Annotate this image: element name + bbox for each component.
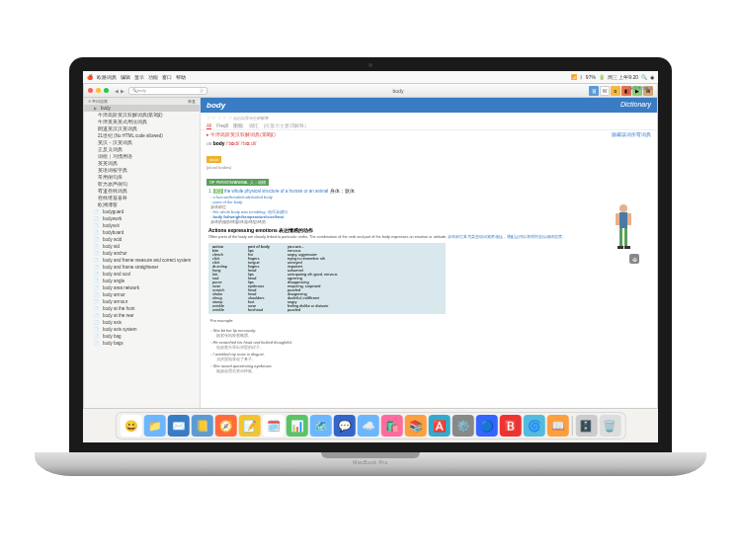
entry-tabs[interactable]: All Freq8 图频 词汇 (仅显示主要25解释)	[201, 122, 657, 130]
example-line: ◦ He scratched his head and looked thoug…	[210, 339, 647, 351]
svg-rect-7	[624, 246, 630, 249]
sidebar-dict-12[interactable]: 在线维基百科	[84, 195, 200, 201]
dock-item-12[interactable]: 📚	[405, 415, 427, 437]
dock-item-3[interactable]: 📒	[192, 415, 213, 437]
sidebar[interactable]: ✕ 单词搜索修复 body 牛津高阶英汉双解词典(第9版)牛津英美英式用法词典朗…	[84, 98, 201, 408]
sidebar-word-14[interactable]: body at the front	[84, 305, 200, 312]
dock-item-15[interactable]: 🔵	[476, 415, 498, 437]
examples-icon[interactable]: ≡	[611, 86, 620, 96]
sidebar-word-12[interactable]: body armor	[84, 291, 200, 298]
maximize-icon[interactable]	[104, 88, 109, 93]
svg-rect-2	[616, 213, 619, 225]
login-link[interactable]: 登录学习帐号	[629, 86, 653, 91]
headword: body	[206, 101, 225, 110]
menu-view[interactable]: 显示	[134, 74, 144, 80]
sidebar-dict-9[interactable]: 常用例句库	[84, 174, 200, 181]
dock-item-14[interactable]: ⚙️	[453, 415, 474, 437]
dock-item-10[interactable]: ☁️	[358, 415, 379, 437]
spotlight-icon[interactable]: 🔍	[641, 74, 647, 80]
sidebar-entry-body[interactable]: body	[84, 105, 200, 112]
sidebar-word-8[interactable]: body and frame straightener	[84, 264, 200, 271]
hide-dict-link[interactable]: 隐藏该词所有词典	[612, 132, 651, 137]
wiki-icon[interactable]: W	[600, 86, 610, 96]
sidebar-word-19[interactable]: body bags	[84, 340, 200, 347]
dock-item-1[interactable]: 📁	[144, 415, 166, 437]
forward-button[interactable]: ▶	[121, 88, 124, 94]
dock-item-2[interactable]: ✉️	[168, 415, 190, 437]
dock-item-18[interactable]: 📖	[547, 415, 569, 437]
app-name[interactable]: 欧路词典	[97, 74, 117, 80]
definition-1: 1. [C] the whole physical structure of a…	[201, 188, 657, 195]
sidebar-word-4[interactable]: body acid	[84, 236, 200, 243]
sense-group-header: OF PERSON/ANIMAL 人；动物	[206, 179, 269, 186]
sidebar-dict-11[interactable]: 有道在线词典	[84, 188, 200, 195]
menu-window[interactable]: 窗口	[162, 74, 172, 80]
sidebar-word-0[interactable]: bodyguard	[84, 208, 200, 215]
macos-dock[interactable]: 😀📁✉️📒🧭📝🗓️📊🗺️💬☁️🛍️📚🅰️⚙️🔵🅱️🌀📖🗄️🗑️	[116, 412, 626, 440]
more-examples: ◦ She bit her lip nervously.她紧张地咬着嘴唇。◦ H…	[201, 325, 657, 376]
dock-item-11[interactable]: 🛍️	[381, 415, 403, 437]
sidebar-word-10[interactable]: body angle	[84, 278, 200, 284]
emotion-box-title: Actions expressing emotions 表达情感的动作	[201, 224, 657, 234]
clock[interactable]: 周三 上午9:20	[608, 74, 638, 80]
sidebar-dict-6[interactable]: 词组｜习惯用语	[84, 153, 200, 160]
window-title: body	[207, 88, 589, 94]
zoom-icon[interactable]: ⊕	[629, 254, 639, 264]
apple-menu-icon[interactable]: 🍎	[87, 74, 93, 80]
bluetooth-icon[interactable]: ᛒ	[580, 74, 583, 80]
dock-item-7[interactable]: 📊	[287, 415, 308, 437]
dock-item-0[interactable]: 😀	[121, 415, 142, 437]
wifi-icon[interactable]: 📶	[571, 74, 577, 80]
sidebar-word-2[interactable]: bodysuit	[84, 222, 200, 229]
sidebar-dict-0[interactable]: 牛津高阶英汉双解词典(第9版)	[84, 112, 200, 119]
menu-help[interactable]: 帮助	[176, 74, 186, 80]
menu-edit[interactable]: 编辑	[121, 74, 130, 80]
sidebar-dict-8[interactable]: 英语词根字典	[84, 167, 200, 174]
svg-rect-4	[619, 228, 622, 246]
battery-icon[interactable]: 🔋	[599, 74, 605, 80]
menu-func[interactable]: 功能	[148, 74, 158, 80]
sidebar-word-17[interactable]: body axis system	[84, 326, 200, 333]
sidebar-word-1[interactable]: bodywork	[84, 215, 200, 222]
search-input[interactable]: 🔍 bodyⓧ	[128, 87, 207, 95]
window-titlebar: ◀ ▶ 🔍 bodyⓧ body 百 W ≡ ◧ ▶ ⊞	[84, 84, 657, 98]
sidebar-dict-2[interactable]: 朗道英汉汉英词典	[84, 125, 200, 132]
close-icon[interactable]	[88, 88, 93, 93]
dock-item-17[interactable]: 🌀	[524, 415, 545, 437]
sidebar-word-7[interactable]: body and frame measure and correct syste…	[84, 257, 200, 264]
dock-item-8[interactable]: 🗺️	[310, 415, 332, 437]
dock-item-19[interactable]: 🗄️	[575, 415, 597, 437]
sidebar-dict-3[interactable]: 21世纪 (No HTML code allowed)	[84, 132, 200, 139]
sidebar-word-13[interactable]: body armour	[84, 298, 200, 305]
sidebar-dict-10[interactable]: 听力原声例句	[84, 181, 200, 188]
sidebar-dict-4[interactable]: 英汉－汉英词典	[84, 139, 200, 146]
minimize-icon[interactable]	[96, 88, 101, 93]
entry-content[interactable]: body Dictionary ☆ ☆ ☆ ☆ ☆ 点击以显示全部解释 All …	[201, 98, 657, 408]
sidebar-word-16[interactable]: body axis	[84, 319, 200, 326]
sidebar-word-15[interactable]: body at the rear	[84, 312, 200, 319]
dock-item-20[interactable]: 🗑️	[599, 415, 620, 437]
encyclopedia-icon[interactable]: 百	[589, 86, 599, 96]
back-button[interactable]: ◀	[115, 88, 119, 94]
sidebar-dict-13[interactable]: 欧洲博客	[84, 201, 200, 208]
sidebar-word-6[interactable]: body anchor	[84, 250, 200, 257]
dock-item-6[interactable]: 🗓️	[263, 415, 285, 437]
rating-row[interactable]: ☆ ☆ ☆ ☆ ☆ 点击以显示全部解释	[201, 113, 657, 122]
sidebar-word-9[interactable]: body and soul	[84, 271, 200, 278]
sidebar-dict-1[interactable]: 牛津英美英式用法词典	[84, 119, 200, 125]
dock-item-13[interactable]: 🅰️	[429, 415, 451, 437]
sidebar-word-18[interactable]: body bag	[84, 333, 200, 340]
table-row: wrinkleforeheadpuzzled	[212, 308, 442, 312]
sidebar-dict-7[interactable]: 英英词典	[84, 160, 200, 167]
emotion-box-subtitle: Often parts of the body are closely link…	[201, 234, 657, 241]
dock-item-9[interactable]: 💬	[334, 415, 356, 437]
dock-item-4[interactable]: 🧭	[215, 415, 237, 437]
sidebar-dict-5[interactable]: 正反义词典	[84, 146, 200, 153]
dock-item-16[interactable]: 🅱️	[500, 415, 522, 437]
sidebar-word-3[interactable]: bodyboard	[84, 229, 200, 236]
sidebar-word-5[interactable]: body aid	[84, 243, 200, 250]
dock-item-5[interactable]: 📝	[239, 415, 261, 437]
siri-icon[interactable]: ◉	[650, 74, 654, 80]
dictionary-window: 登录学习帐号 ◀ ▶ 🔍 bodyⓧ body 百 W	[83, 83, 658, 409]
sidebar-word-11[interactable]: body area network	[84, 284, 200, 291]
